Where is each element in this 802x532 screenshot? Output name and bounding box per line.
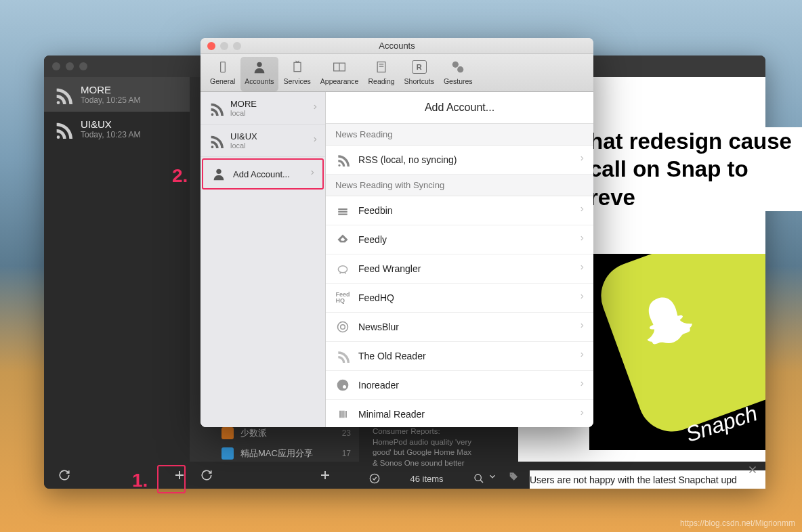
sidebar-account-uiux[interactable]: UI&UX Today, 10:23 AM <box>44 112 190 146</box>
provider-newsblur[interactable]: NewsBlur <box>326 313 593 342</box>
article-footer-text: Users are not happy with the latest Snap… <box>530 470 765 489</box>
accounts-sidebar: MORE local UI&UX local Add Account... <box>200 92 326 427</box>
chevron-down-icon[interactable] <box>488 472 497 484</box>
svg-point-11 <box>457 66 463 72</box>
person-icon <box>251 58 268 76</box>
refresh-button[interactable] <box>51 462 78 489</box>
tab-accounts[interactable]: Accounts <box>240 57 278 91</box>
article-headline: hat redesign cause call on Snap to reve <box>589 127 802 211</box>
prefs-toolbar: General Accounts Services Appearance Rea… <box>200 54 593 92</box>
chevron-right-icon <box>312 135 318 147</box>
account-item-uiux[interactable]: UI&UX local <box>200 125 325 157</box>
feedly-icon <box>335 232 350 247</box>
chevron-right-icon <box>578 350 585 362</box>
refresh-feeds-button[interactable] <box>193 462 220 489</box>
status-bar-middle: 46 items <box>369 468 484 489</box>
feed-row[interactable]: 精品MAC应用分享 17 <box>213 443 359 464</box>
services-icon <box>289 58 306 76</box>
prefs-titlebar: Accounts <box>200 38 593 54</box>
tab-gestures[interactable]: Gestures <box>440 57 477 91</box>
tag-icon[interactable] <box>508 472 519 485</box>
provider-feedbin[interactable]: Feedbin <box>326 196 593 225</box>
panel-header: Add Account... <box>326 92 593 124</box>
chevron-right-icon <box>578 154 585 166</box>
sidebar-account-more[interactable]: MORE Today, 10:25 AM <box>44 77 190 112</box>
gestures-icon <box>449 58 467 76</box>
section-header: News Reading with Syncing <box>326 175 593 196</box>
svg-point-10 <box>452 62 459 68</box>
article-image: Snapch <box>589 254 765 450</box>
checkmark-icon[interactable] <box>369 473 380 484</box>
minimize-button[interactable] <box>220 42 228 50</box>
chevron-right-icon <box>578 379 585 391</box>
sidebar-sub: Today, 10:25 AM <box>81 95 141 105</box>
tab-shortcuts[interactable]: R Shortcuts <box>400 57 438 91</box>
sidebar-title: UI&UX <box>81 118 141 130</box>
provider-rss-local[interactable]: RSS (local, no syncing) <box>326 146 593 175</box>
close-button[interactable] <box>207 42 215 50</box>
traffic-close[interactable] <box>52 62 60 70</box>
svg-rect-4 <box>294 62 301 71</box>
traffic-minimize[interactable] <box>66 62 74 70</box>
chevron-right-icon <box>578 292 585 304</box>
chevron-right-icon <box>578 234 585 246</box>
reading-icon <box>373 58 390 76</box>
traffic-zoom[interactable] <box>79 62 87 70</box>
chevron-right-icon <box>309 168 316 180</box>
svg-rect-2 <box>220 62 225 72</box>
section-header: News Reading <box>326 124 593 146</box>
chevron-right-icon <box>578 263 585 275</box>
provider-feedly[interactable]: Feedly <box>326 225 593 254</box>
provider-inoreader[interactable]: Inoreader <box>326 371 593 400</box>
svg-rect-14 <box>338 211 347 213</box>
provider-feedhq[interactable]: FeedHQ FeedHQ <box>326 284 593 313</box>
add-feed-button[interactable] <box>312 462 339 489</box>
account-item-more[interactable]: MORE local <box>200 92 325 125</box>
svg-point-17 <box>338 322 348 332</box>
sidebar-title: MORE <box>81 84 141 95</box>
account-sidebar: MORE Today, 10:25 AM UI&UX Today, 10:23 … <box>44 77 190 462</box>
rss-icon <box>54 120 72 139</box>
svg-point-3 <box>257 62 261 67</box>
provider-oldreader[interactable]: The Old Reader <box>326 342 593 371</box>
svg-point-18 <box>341 325 345 330</box>
item-count: 46 items <box>410 474 443 484</box>
feedwrangler-icon <box>335 261 350 276</box>
oldreader-icon <box>335 349 350 363</box>
window-title: Accounts <box>379 41 415 51</box>
provider-feedwrangler[interactable]: Feed Wrangler <box>326 254 593 284</box>
rss-icon <box>209 101 224 116</box>
feed-name: 精品MAC应用分享 <box>240 447 313 460</box>
feed-name: 少数派 <box>240 427 267 439</box>
feed-count: 23 <box>342 428 351 438</box>
minimal-icon: ⅢI <box>335 407 350 422</box>
search-icon[interactable] <box>473 473 484 484</box>
general-icon <box>214 58 232 76</box>
svg-rect-7 <box>377 62 385 72</box>
tab-appearance[interactable]: Appearance <box>316 57 363 91</box>
annotation-1-box <box>157 465 186 493</box>
tab-general[interactable]: General <box>206 57 239 91</box>
annotation-2: 2. <box>172 165 188 187</box>
preferences-window: Accounts General Accounts Services Appea… <box>200 38 593 427</box>
feed-list-partial: 少数派 23 精品MAC应用分享 17 <box>213 423 359 464</box>
tab-reading[interactable]: Reading <box>364 57 398 91</box>
sidebar-sub: Today, 10:23 AM <box>81 130 141 139</box>
article-snippet: Consumer Reports: HomePod audio quality … <box>373 426 474 468</box>
svg-point-1 <box>475 474 481 481</box>
svg-point-12 <box>216 169 221 174</box>
zoom-button[interactable] <box>233 42 241 50</box>
tab-services[interactable]: Services <box>280 57 315 91</box>
watermark: https://blog.csdn.net/Migrionmm <box>680 518 795 528</box>
svg-point-19 <box>337 380 349 391</box>
svg-point-20 <box>343 385 346 389</box>
feed-count: 17 <box>342 449 351 458</box>
chevron-right-icon <box>578 321 585 333</box>
add-account-item[interactable]: Add Account... <box>202 158 324 190</box>
close-icon[interactable] <box>746 464 759 476</box>
inoreader-icon <box>335 378 350 393</box>
shortcuts-icon: R <box>410 58 428 76</box>
provider-minimal[interactable]: ⅢI Minimal Reader <box>326 400 593 427</box>
add-account-panel: Add Account... News Reading RSS (local, … <box>326 92 593 427</box>
svg-point-16 <box>338 266 347 273</box>
